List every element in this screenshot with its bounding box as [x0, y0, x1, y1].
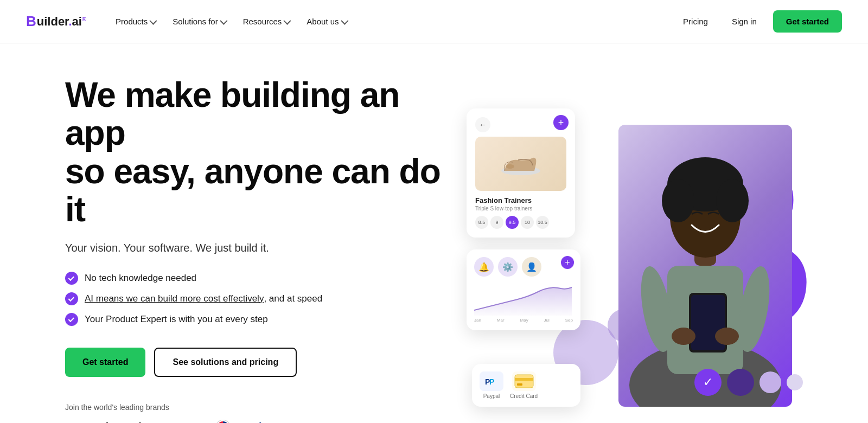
- back-button-icon: ←: [475, 117, 490, 132]
- svg-point-13: [715, 328, 739, 345]
- brand-makro: makro↗: [279, 421, 320, 423]
- settings-avatar: ⚙️: [498, 257, 518, 277]
- hero-person-image: [618, 125, 792, 407]
- check-icon-2: [65, 292, 78, 305]
- feature-item-2: AI means we can build more cost effectiv…: [65, 292, 445, 305]
- brand-nbc: NBCUniversal: [65, 420, 142, 423]
- chevron-down-icon: [341, 17, 348, 24]
- hero-subtitle: Your vision. Your software. We just buil…: [65, 242, 445, 254]
- credit-card-label: Credit Card: [510, 393, 538, 399]
- size-btn-2[interactable]: 9: [490, 216, 503, 229]
- hero-illustration: B: [467, 92, 803, 418]
- svg-point-7: [662, 179, 694, 222]
- shoe-image: [475, 137, 566, 191]
- hero-title: We make building an app so easy, anyone …: [65, 76, 445, 229]
- check-icon-1: [65, 272, 78, 285]
- chart-label-4: Jul: [544, 318, 550, 323]
- circles-decoration: ✓: [694, 369, 803, 396]
- payment-card: P P Paypal Credit Card: [472, 364, 580, 407]
- svg-text:P: P: [489, 377, 494, 386]
- chart-label-2: Mar: [497, 318, 505, 323]
- size-btn-1[interactable]: 8.5: [475, 216, 488, 229]
- chevron-down-icon: [150, 17, 157, 24]
- logo-b: B: [26, 13, 36, 30]
- pepsi-globe-icon: [216, 420, 230, 423]
- credit-card-payment-item: Credit Card: [510, 371, 538, 399]
- nav-products-label: Products: [116, 17, 148, 26]
- chevron-down-icon: [284, 17, 291, 24]
- svg-point-12: [672, 328, 695, 345]
- paypal-payment-item: P P Paypal: [480, 371, 503, 399]
- nav-pricing[interactable]: Pricing: [675, 12, 716, 30]
- size-btn-5[interactable]: 10.5: [536, 216, 549, 229]
- hero-buttons: Get started See solutions and pricing: [65, 348, 445, 377]
- lighter-circle-decoration: [787, 374, 803, 390]
- user-avatar: 👤: [522, 257, 541, 277]
- svg-rect-20: [517, 383, 522, 386]
- svg-rect-19: [515, 378, 533, 381]
- svg-rect-18: [515, 375, 533, 388]
- avatar-row: 🔔 ⚙️ 👤: [474, 257, 573, 277]
- paypal-label: Paypal: [483, 393, 500, 399]
- hero-get-started-button[interactable]: Get started: [65, 348, 145, 377]
- nav-signin[interactable]: Sign in: [724, 12, 764, 30]
- nav-solutions-label: Solutions for: [173, 17, 218, 26]
- logo-ai-text: ai: [72, 15, 82, 28]
- logo[interactable]: Builder.ai®: [26, 13, 86, 30]
- brands-logos: NBCUniversal FUJITSU pepsi makro↗: [65, 420, 445, 423]
- nav-links: Products Solutions for Resources About u…: [108, 12, 675, 30]
- analytics-card: + 🔔 ⚙️ 👤 Jan: [467, 249, 580, 330]
- analytics-chart: [474, 283, 573, 316]
- credit-card-icon: [512, 371, 536, 391]
- size-btn-3[interactable]: 9.5: [506, 216, 519, 229]
- feature-item-1: No tech knowledge needed: [65, 272, 445, 285]
- chart-label-1: Jan: [474, 318, 481, 323]
- feature-link-2[interactable]: AI means we can build more cost effectiv…: [85, 293, 264, 304]
- nav-resources[interactable]: Resources: [235, 12, 297, 30]
- light-circle-decoration: [760, 371, 781, 393]
- feature-text-1: No tech knowledge needed: [85, 273, 196, 284]
- product-title: Fashion Trainers: [475, 196, 566, 204]
- add-to-cart-button[interactable]: +: [553, 115, 569, 130]
- size-selector: 8.5 9 9.5 10 10.5: [475, 216, 566, 229]
- notification-avatar: 🔔: [474, 257, 494, 277]
- navbar: Builder.ai® Products Solutions for Resou…: [0, 0, 868, 43]
- logo-name: uilder.ai®: [37, 15, 86, 29]
- feature-text-3: Your Product Expert is with you at every…: [85, 314, 268, 325]
- size-btn-4[interactable]: 10: [521, 216, 534, 229]
- nav-products[interactable]: Products: [108, 12, 163, 30]
- dark-circle-decoration: [727, 369, 754, 396]
- hero-left: We make building an app so easy, anyone …: [65, 76, 445, 423]
- nav-get-started-button[interactable]: Get started: [773, 10, 842, 33]
- check-circle-decoration: ✓: [694, 369, 722, 396]
- svg-point-8: [716, 179, 749, 222]
- logo-reg: ®: [82, 15, 86, 22]
- nav-resources-label: Resources: [243, 17, 282, 26]
- nav-about-label: About us: [307, 17, 339, 26]
- brands-label: Join the world's leading brands: [65, 403, 445, 412]
- hero-features: No tech knowledge needed AI means we can…: [65, 272, 445, 326]
- chart-labels: Jan Mar May Jul Sep: [474, 318, 573, 323]
- hero-solutions-button[interactable]: See solutions and pricing: [154, 348, 297, 377]
- feature-text-2: AI means we can build more cost effectiv…: [85, 293, 322, 304]
- chevron-down-icon: [220, 17, 227, 24]
- product-subtitle: Triple S low-top trainers: [475, 206, 566, 211]
- check-icon-3: [65, 313, 78, 326]
- hero-section: We make building an app so easy, anyone …: [0, 43, 868, 423]
- brand-pepsi: pepsi: [216, 420, 261, 423]
- paypal-icon: P P: [480, 371, 503, 391]
- nav-solutions[interactable]: Solutions for: [165, 12, 233, 30]
- chart-label-5: Sep: [565, 318, 573, 323]
- feature-item-3: Your Product Expert is with you at every…: [65, 313, 445, 326]
- svg-point-15: [506, 164, 514, 169]
- brands-section: Join the world's leading brands NBCUnive…: [65, 403, 445, 423]
- chart-label-3: May: [520, 318, 528, 323]
- app-product-card: ← + Fashion Trainers Triple S low-top tr…: [467, 108, 575, 238]
- nav-right: Pricing Sign in Get started: [675, 10, 842, 33]
- nav-about[interactable]: About us: [299, 12, 354, 30]
